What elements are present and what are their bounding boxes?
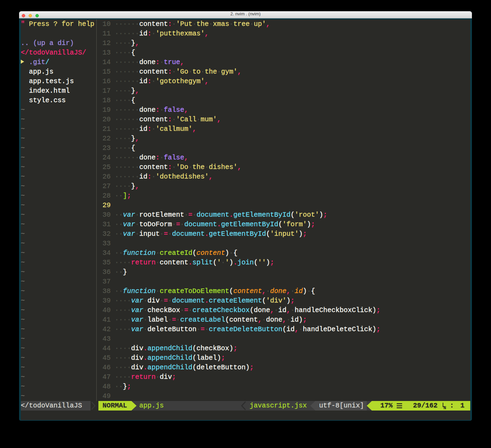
svg-text:N: N: [444, 405, 446, 411]
